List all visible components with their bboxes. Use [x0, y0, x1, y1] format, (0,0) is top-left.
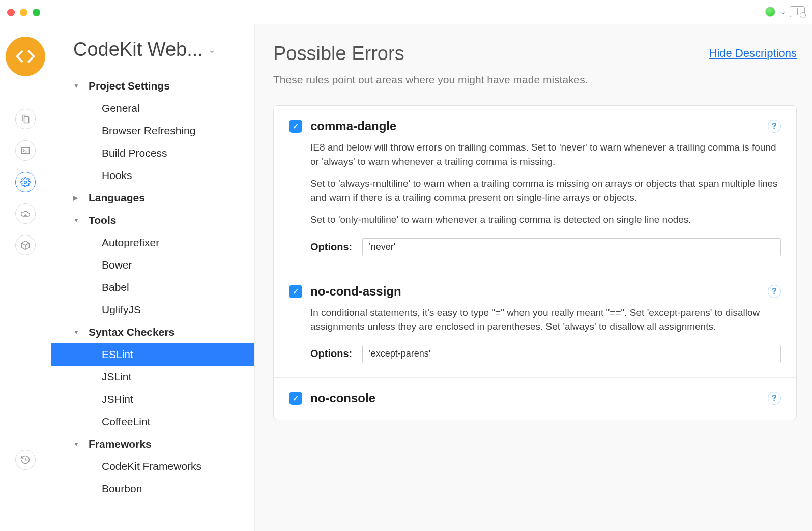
rule-help-button[interactable]: ? — [768, 285, 781, 298]
window-zoom-button[interactable] — [33, 9, 40, 16]
options-label: Options: — [310, 348, 352, 360]
nav-item-label: General — [102, 102, 140, 114]
nav-item[interactable]: ESLint — [51, 343, 254, 366]
rule-options-input[interactable] — [362, 238, 781, 256]
page-title: Possible Errors — [273, 43, 404, 65]
nav-item[interactable]: General — [51, 97, 254, 120]
nav-section-header[interactable]: ▶Languages — [51, 187, 254, 209]
project-badge[interactable] — [6, 37, 45, 76]
rule-checkbox[interactable]: ✓ — [289, 285, 302, 298]
nav-item[interactable]: Bower — [51, 254, 254, 276]
nav-item-label: CodeKit Frameworks — [102, 460, 201, 473]
nav-item-label: Autoprefixer — [102, 237, 159, 249]
rule-options-input[interactable] — [362, 345, 781, 363]
nav-section-header[interactable]: ▼Tools — [51, 209, 254, 231]
window-close-button[interactable] — [7, 9, 15, 16]
nav-section-label: Project Settings — [89, 80, 170, 92]
inspector-toggle-button[interactable] — [790, 6, 805, 17]
nav-item[interactable]: CodeKit Frameworks — [51, 455, 254, 478]
settings-sidebar: CodeKit Web... ⌄ ▼Project SettingsGenera… — [51, 24, 254, 531]
rail-history-button[interactable] — [15, 450, 36, 470]
nav-section-header[interactable]: ▼Syntax Checkers — [51, 321, 254, 343]
nav-item-label: CoffeeLint — [102, 416, 150, 428]
traffic-lights — [7, 9, 40, 16]
nav-section-label: Syntax Checkers — [89, 326, 175, 338]
terminal-icon — [20, 145, 31, 156]
cube-icon — [20, 240, 31, 250]
rule: ✓comma-dangle?IE8 and below will throw e… — [274, 106, 796, 271]
nav-section-label: Frameworks — [89, 438, 152, 450]
nav-item-label: Browser Refreshing — [102, 125, 195, 137]
gear-icon — [20, 177, 31, 187]
rule-checkbox[interactable]: ✓ — [289, 120, 302, 133]
rule-help-button[interactable]: ? — [768, 392, 781, 405]
nav-item-label: Build Process — [102, 147, 167, 159]
nav-section-label: Languages — [89, 192, 145, 204]
nav-item-label: Babel — [102, 281, 129, 293]
nav-item[interactable]: Build Process — [51, 142, 254, 164]
rule-name: comma-dangle — [310, 119, 768, 133]
rail-settings-button[interactable] — [15, 172, 36, 192]
rule: ✓no-cond-assign?In conditional statement… — [274, 271, 796, 378]
rule-checkbox[interactable]: ✓ — [289, 392, 302, 405]
hide-descriptions-link[interactable]: Hide Descriptions — [709, 47, 797, 60]
nav-section-header[interactable]: ▼Project Settings — [51, 75, 254, 97]
nav-item-label: ESLint — [102, 348, 133, 361]
disclosure-down-icon: ▼ — [73, 217, 82, 224]
rail-terminal-button[interactable] — [15, 140, 36, 161]
main-content: Possible Errors Hide Descriptions These … — [254, 24, 812, 531]
rail-packages-button[interactable] — [15, 235, 36, 255]
server-status-indicator[interactable] — [765, 7, 775, 17]
nav-item[interactable]: JSHint — [51, 388, 254, 410]
files-icon — [20, 114, 31, 124]
nav-item[interactable]: Hooks — [51, 164, 254, 187]
nav-item-label: UglifyJS — [102, 304, 141, 316]
rule-help-button[interactable]: ? — [768, 120, 781, 133]
nav-section-label: Tools — [89, 214, 116, 226]
nav-item-label: JSLint — [102, 371, 131, 383]
rules-list: ✓comma-dangle?IE8 and below will throw e… — [273, 105, 797, 420]
nav-item[interactable]: Autoprefixer — [51, 231, 254, 254]
project-title: CodeKit Web... — [73, 39, 203, 61]
server-status-menu-chevron[interactable]: ⌄ — [780, 8, 786, 15]
nav-item-label: Hooks — [102, 169, 132, 182]
disclosure-down-icon: ▼ — [73, 82, 82, 90]
disclosure-down-icon: ▼ — [73, 329, 82, 336]
nav-item[interactable]: JSLint — [51, 366, 254, 388]
nav-item-label: Bourbon — [102, 483, 142, 495]
nav-item[interactable]: Bourbon — [51, 478, 254, 500]
nav-item[interactable]: CoffeeLint — [51, 410, 254, 433]
rule-description: IE8 and below will throw errors on trail… — [310, 140, 781, 227]
nav-section-header[interactable]: ▼Frameworks — [51, 433, 254, 455]
options-label: Options: — [310, 241, 352, 253]
svg-point-2 — [24, 181, 27, 184]
cloud-download-icon — [20, 209, 31, 219]
rail-files-button[interactable] — [15, 109, 36, 129]
rail-download-button[interactable] — [15, 203, 36, 224]
rule-name: no-console — [310, 391, 768, 405]
nav-item[interactable]: Browser Refreshing — [51, 120, 254, 142]
svg-rect-0 — [22, 148, 30, 154]
history-icon — [20, 455, 31, 465]
nav-item[interactable]: UglifyJS — [51, 299, 254, 321]
rule: ✓no-console? — [274, 378, 796, 420]
code-icon — [14, 45, 37, 68]
page-subtitle: These rules point out areas where you mi… — [273, 74, 797, 86]
nav-item[interactable]: Babel — [51, 276, 254, 299]
left-icon-rail — [0, 24, 51, 531]
project-menu-chevron[interactable]: ⌄ — [208, 44, 216, 55]
window-minimize-button[interactable] — [20, 9, 27, 16]
disclosure-down-icon: ▼ — [73, 440, 82, 448]
rule-description: In conditional statements, it's easy to … — [310, 306, 781, 334]
rule-name: no-cond-assign — [310, 284, 768, 299]
window-titlebar: ⌄ — [0, 0, 812, 24]
nav-item-label: JSHint — [102, 393, 133, 405]
disclosure-right-icon: ▶ — [73, 194, 82, 201]
nav-item-label: Bower — [102, 259, 132, 271]
